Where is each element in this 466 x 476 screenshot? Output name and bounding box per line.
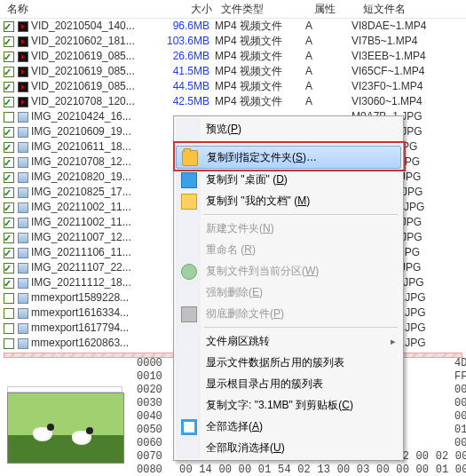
file-name-cell[interactable]: IMG_20211107_22...	[0, 260, 153, 275]
file-name-cell[interactable]: mmexport1616334...	[0, 305, 153, 321]
menu-separator	[204, 214, 398, 215]
file-name-label: IMG_20211112_18...	[31, 275, 131, 290]
menu-item[interactable]: 复制文字: "3.1MB" 到剪贴板(C)	[176, 394, 401, 416]
file-checkbox[interactable]	[4, 263, 14, 274]
file-checkbox[interactable]	[4, 97, 14, 107]
file-checkbox[interactable]	[4, 142, 14, 153]
file-name-cell[interactable]: VID_20210504_140...	[0, 19, 153, 34]
file-checkbox[interactable]	[4, 233, 14, 243]
file-name-cell[interactable]: VID_20210619_085...	[0, 49, 153, 64]
preview-thumbnail[interactable]	[7, 393, 124, 464]
file-checkbox[interactable]	[4, 21, 14, 32]
file-type-cell: MP4 视频文件	[215, 19, 305, 34]
file-name-label: IMG_20210609_19...	[31, 124, 131, 139]
file-name-label: VID_20210504_140...	[31, 19, 135, 34]
file-name-cell[interactable]: VID_20210602_181...	[0, 34, 153, 49]
file-name-cell[interactable]: IMG_20210609_19...	[0, 124, 153, 139]
file-checkbox[interactable]	[4, 36, 14, 47]
menu-item[interactable]: 全部选择(A)	[176, 416, 401, 437]
menu-item[interactable]: 复制到 "桌面" (D)	[176, 169, 401, 190]
file-row[interactable]: VID_20210602_181...103.6MBMP4 视频文件AVI7B5…	[0, 34, 466, 49]
image-file-icon	[18, 218, 28, 228]
menu-item: 复制文件到当前分区(W)	[176, 260, 401, 282]
callout-box	[173, 141, 406, 171]
file-size-cell: 42.5MB	[153, 94, 215, 109]
file-name-cell[interactable]: IMG_20210708_12...	[0, 155, 153, 170]
file-name-cell[interactable]: VID_20210708_120...	[0, 94, 153, 109]
file-name-cell[interactable]: mmexport1589228...	[0, 290, 153, 305]
menu-item[interactable]: 复制到 "我的文档" (M)	[176, 190, 401, 211]
file-shortname-cell: VI7B5~1.MP4	[351, 34, 466, 49]
file-name-cell[interactable]: mmexport1617794...	[0, 321, 153, 336]
file-row[interactable]: VID_20210619_085...26.6MBMP4 视频文件AVI3EEB…	[0, 49, 466, 64]
file-checkbox[interactable]	[4, 112, 14, 123]
file-checkbox[interactable]	[4, 82, 14, 92]
file-name-cell[interactable]: IMG_20210611_18...	[0, 139, 153, 155]
menu-item[interactable]: 文件扇区跳转	[176, 330, 401, 352]
preview-scrollbar[interactable]	[7, 386, 122, 393]
file-type-cell: MP4 视频文件	[215, 49, 305, 64]
file-row[interactable]: VID_20210504_140...96.6MBMP4 视频文件AVI8DAE…	[0, 19, 466, 34]
file-name-cell[interactable]: IMG_20210820_19...	[0, 170, 153, 185]
file-checkbox[interactable]	[4, 323, 14, 334]
hex-ascii: FF E1 0C 4C	[454, 370, 466, 384]
file-checkbox[interactable]	[4, 67, 14, 77]
video-file-icon	[18, 36, 28, 47]
menu-item[interactable]: 显示文件数据所占用的簇列表	[176, 352, 401, 373]
file-name-label: IMG_20211002_11...	[31, 215, 131, 230]
file-checkbox[interactable]	[4, 338, 14, 349]
file-checkbox[interactable]	[4, 218, 14, 228]
hex-ascii: 00 00 00 00	[454, 410, 466, 424]
file-checkbox[interactable]	[4, 172, 14, 183]
file-attr-cell: A	[305, 49, 351, 64]
file-name-cell[interactable]: IMG_20211007_12...	[0, 230, 153, 245]
file-checkbox[interactable]	[4, 52, 14, 62]
col-header-name[interactable]: 名称	[0, 0, 153, 18]
file-size-cell: 41.5MB	[153, 64, 215, 79]
file-type-cell: MP4 视频文件	[215, 79, 305, 94]
file-name-cell[interactable]: IMG_20211002_11...	[0, 200, 153, 215]
file-name-label: IMG_20210825_17...	[31, 185, 131, 200]
file-name-label: mmexport1616334...	[31, 305, 129, 321]
file-row[interactable]: VID_20210708_120...42.5MBMP4 视频文件AVI3060…	[0, 94, 466, 109]
file-checkbox[interactable]	[4, 127, 14, 138]
video-file-icon	[18, 52, 28, 62]
menu-item[interactable]: 显示根目录占用的簇列表	[176, 373, 401, 394]
file-name-label: mmexport1620863...	[31, 336, 129, 351]
file-name-cell[interactable]: IMG_20210825_17...	[0, 185, 153, 200]
col-header-type[interactable]: 文件类型	[221, 0, 312, 18]
file-name-cell[interactable]: VID_20210619_085...	[0, 79, 153, 94]
file-name-label: IMG_20211002_11...	[31, 200, 131, 215]
col-header-attr[interactable]: 属性	[314, 0, 360, 18]
file-name-cell[interactable]: mmexport1620863...	[0, 336, 153, 351]
file-row[interactable]: VID_20210619_085...44.5MBMP4 视频文件AVI23F0…	[0, 79, 466, 94]
file-name-cell[interactable]: IMG_20211002_11...	[0, 215, 153, 230]
file-attr-cell: A	[305, 94, 351, 109]
file-name-cell[interactable]: IMG_20211106_11...	[0, 245, 153, 260]
file-checkbox[interactable]	[4, 278, 14, 289]
file-checkbox[interactable]	[4, 157, 14, 168]
file-name-cell[interactable]: IMG_20211112_18...	[0, 275, 153, 290]
hex-offset: 0080	[137, 464, 179, 476]
column-header-row: 名称 大小 文件类型 属性 短文件名	[0, 0, 466, 19]
file-checkbox[interactable]	[4, 308, 14, 319]
image-file-icon	[18, 308, 28, 319]
hex-ascii: 4D 4D 00 2A	[454, 357, 466, 370]
select-icon	[181, 419, 197, 435]
image-file-icon	[18, 278, 28, 289]
file-row[interactable]: VID_20210619_085...41.5MBMP4 视频文件AVI65CF…	[0, 64, 466, 79]
image-file-icon	[18, 323, 28, 334]
menu-item[interactable]: 预览(P)	[176, 118, 401, 139]
hex-ascii	[454, 464, 466, 476]
file-name-label: IMG_20211107_22...	[31, 260, 131, 275]
col-header-size[interactable]: 大小	[155, 0, 217, 18]
file-shortname-cell: VI23F0~1.MP4	[351, 79, 466, 94]
menu-item[interactable]: 全部取消选择(U)	[176, 437, 401, 458]
file-checkbox[interactable]	[4, 293, 14, 304]
file-checkbox[interactable]	[4, 202, 14, 213]
file-name-cell[interactable]: IMG_20210424_16...	[0, 109, 153, 124]
file-checkbox[interactable]	[4, 187, 14, 198]
file-name-cell[interactable]: VID_20210619_085...	[0, 64, 153, 79]
file-checkbox[interactable]	[4, 248, 14, 258]
col-header-short[interactable]: 短文件名	[363, 0, 466, 18]
